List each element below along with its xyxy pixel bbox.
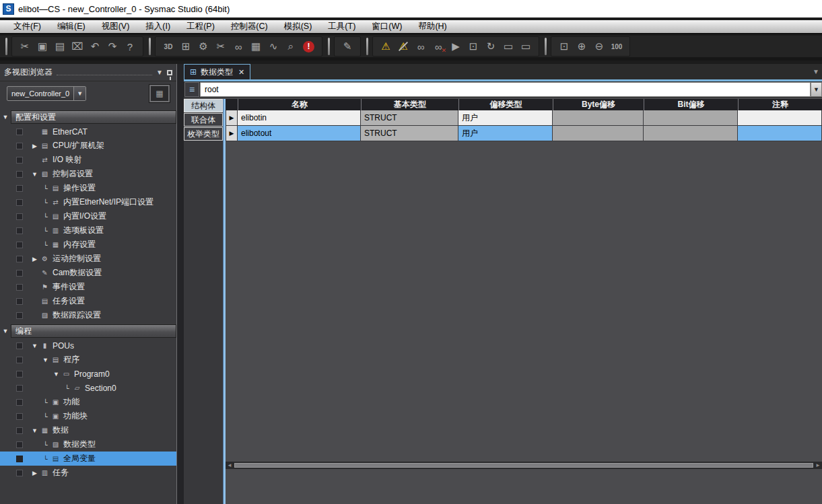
tree-checkbox[interactable] (16, 213, 23, 220)
tree-item-operation-settings[interactable]: └ ▤ 操作设置 (0, 181, 176, 195)
type-path-dropdown-icon[interactable]: ▼ (811, 82, 822, 97)
zoom-out-icon[interactable]: ⊖ (590, 38, 608, 55)
online-monitor-icon[interactable]: ▭ (500, 38, 517, 55)
menu-controller[interactable]: 控制器(C) (223, 20, 276, 34)
menu-window[interactable]: 窗口(W) (364, 20, 410, 34)
tool-icon[interactable]: ⚙ (195, 38, 212, 55)
redo-icon[interactable]: ↷ (104, 38, 121, 55)
copy-icon[interactable]: ▣ (34, 38, 51, 55)
row-expand-icon[interactable]: ▶ (226, 110, 238, 126)
tree-item-data-types[interactable]: └ ▨ 数据类型 (0, 437, 176, 452)
tree-checkbox[interactable] (16, 129, 23, 135)
tree-checkbox[interactable] (16, 371, 23, 377)
tree-checkbox[interactable] (16, 441, 23, 448)
tree-checkbox[interactable] (16, 413, 23, 420)
tree-checkbox[interactable] (16, 256, 23, 262)
watch-table-icon[interactable]: ▦ (247, 38, 265, 55)
tree-checkbox[interactable] (16, 284, 23, 291)
tree-item-program0[interactable]: ▼ ▭ Program0 (0, 367, 176, 381)
cell-name[interactable]: elibotout (238, 126, 361, 141)
tree-section-config[interactable]: ▼ 配置和设置 (0, 110, 176, 124)
tree-item-task-settings[interactable]: ▤ 任务设置 (0, 294, 176, 308)
zoom-100-icon[interactable]: 100 (608, 38, 625, 55)
menu-file[interactable]: 文件(F) (5, 20, 49, 34)
tree-item-motion-control[interactable]: ▶ ⚙ 运动控制设置 (0, 252, 176, 266)
cell-offset-type[interactable]: 用户 (458, 110, 553, 126)
tree-checkbox[interactable] (16, 270, 23, 277)
tree-item-tasks[interactable]: ▶ ▥ 任务 (0, 466, 176, 480)
table-row-elibotout[interactable]: ▶ elibotout STRUCT 用户 (226, 126, 822, 141)
tree-section-programming[interactable]: ▼ 编程 (0, 324, 176, 338)
row-expand-icon[interactable]: ▶ (226, 126, 238, 141)
controller-selector[interactable]: new_Controller_0 ▼ (7, 86, 86, 101)
tree-checkbox[interactable] (16, 312, 23, 319)
cut-icon[interactable]: ✂ (16, 38, 34, 55)
tree-item-function-blocks[interactable]: └ ▣ 功能块 (0, 409, 176, 423)
cell-offset-type[interactable]: 用户 (458, 126, 553, 141)
tree-item-cpu-rack[interactable]: ▶ ▤ CPU/扩展机架 (0, 139, 176, 153)
tab-list-dropdown-icon[interactable]: ▼ (813, 68, 819, 75)
tree-item-io-map[interactable]: ⇄ I/O 映射 (0, 153, 176, 167)
tree-item-data[interactable]: ▼ ▦ 数据 (0, 423, 176, 437)
tree-checkbox[interactable] (16, 171, 23, 178)
pin-icon[interactable] (167, 70, 172, 75)
expand-icon[interactable]: ▶ (30, 256, 40, 262)
tree-item-controller-settings[interactable]: ▼ ▧ 控制器设置 (0, 167, 176, 181)
run-icon[interactable]: ▶ (447, 38, 465, 55)
tree-checkbox[interactable] (16, 298, 23, 305)
3d-view-icon[interactable]: 3D (160, 38, 177, 55)
tree-checkbox[interactable] (16, 143, 23, 149)
collapse-icon[interactable]: ▼ (30, 171, 40, 178)
menu-view[interactable]: 视图(V) (94, 20, 138, 34)
sync-icon[interactable]: ↻ (482, 38, 500, 55)
tree-item-memory-settings[interactable]: └ ▦ 内存设置 (0, 238, 176, 252)
tree-checkbox[interactable] (16, 470, 23, 476)
blocks-icon[interactable]: ⊡ (465, 38, 482, 55)
undo-icon[interactable]: ↶ (86, 38, 104, 55)
type-path-input[interactable] (200, 82, 811, 97)
menu-project[interactable]: 工程(P) (178, 20, 223, 34)
collapse-icon[interactable]: ▼ (40, 357, 50, 363)
expand-icon[interactable]: ▶ (30, 143, 40, 149)
collapse-icon[interactable]: ▼ (0, 328, 11, 334)
search-icon[interactable]: ⌕ (282, 38, 300, 55)
build-check-off-icon[interactable]: ⚠ (395, 38, 412, 55)
online-monitor2-icon[interactable]: ▭ (517, 38, 535, 55)
tree-item-event-settings[interactable]: ⚑ 事件设置 (0, 280, 176, 294)
delete-icon[interactable]: ⌧ (69, 38, 86, 55)
tree-checkbox[interactable] (16, 399, 23, 406)
tree-checkbox[interactable] (16, 385, 23, 392)
tree-checkbox[interactable] (16, 227, 23, 234)
type-list-icon[interactable]: ≡ (184, 82, 199, 97)
edit-mode-icon[interactable]: ✎ (339, 38, 356, 55)
horizontal-scrollbar[interactable]: ◄ ► (226, 462, 822, 469)
tree-item-global-variables[interactable]: └ ▤ 全局变量 (0, 452, 176, 466)
scroll-right-icon[interactable]: ► (814, 462, 822, 468)
tree-item-data-trace[interactable]: ▨ 数据跟踪设置 (0, 308, 176, 322)
cell-base-type[interactable]: STRUCT (361, 126, 458, 141)
tree-checkbox[interactable] (16, 185, 23, 192)
cell-comment[interactable] (738, 126, 822, 141)
build-check-icon[interactable]: ⚠ (377, 38, 395, 55)
collapse-icon[interactable]: ▼ (30, 343, 40, 349)
trim-icon[interactable]: ✂ (212, 38, 230, 55)
tab-data-types[interactable]: ⊞ 数据类型 ✕ (184, 64, 250, 79)
menu-edit[interactable]: 编辑(E) (49, 20, 94, 34)
cell-name[interactable]: elibotin (238, 110, 361, 126)
tree-item-builtin-io[interactable]: └ ▤ 内置I/O设置 (0, 209, 176, 223)
collapse-icon[interactable]: ▼ (0, 114, 11, 120)
help-icon[interactable]: ? (121, 38, 139, 55)
pane-splitter[interactable] (176, 64, 184, 504)
table-row-elibotin[interactable]: ▶ elibotin STRUCT 用户 (226, 110, 822, 126)
fit-view-icon[interactable]: ⊡ (555, 38, 573, 55)
window-layout-icon[interactable]: ⊞ (177, 38, 195, 55)
cell-comment[interactable] (738, 110, 822, 126)
close-icon[interactable]: ✕ (238, 68, 244, 77)
tree-checkbox[interactable] (16, 242, 23, 248)
tree-checkbox[interactable] (16, 343, 23, 349)
tree-checkbox[interactable] (16, 456, 23, 462)
tree-item-cam-data[interactable]: ✎ Cam数据设置 (0, 266, 176, 280)
zoom-in-icon[interactable]: ⊕ (573, 38, 590, 55)
tree-item-option-board[interactable]: └ ▥ 选项板设置 (0, 223, 176, 238)
monitor-watch-icon[interactable]: ∞ (412, 38, 430, 55)
